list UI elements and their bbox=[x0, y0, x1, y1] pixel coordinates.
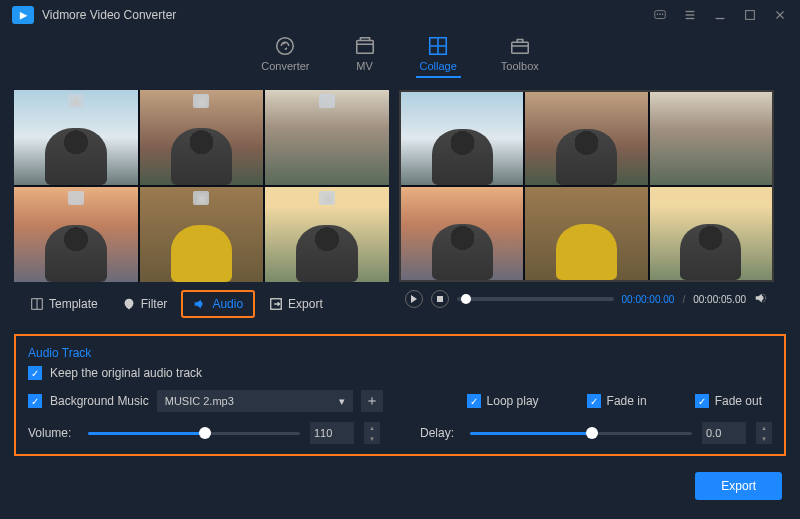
svg-point-2 bbox=[660, 14, 661, 15]
delay-label: Delay: bbox=[420, 426, 460, 440]
delay-thumb[interactable] bbox=[586, 427, 598, 439]
svg-rect-8 bbox=[746, 11, 755, 20]
volume-icon[interactable] bbox=[754, 291, 768, 307]
subtab-template[interactable]: Template bbox=[20, 292, 108, 316]
mv-icon bbox=[354, 36, 376, 56]
volume-label: Volume: bbox=[28, 426, 78, 440]
keep-original-checkbox[interactable]: ✓ bbox=[28, 366, 42, 380]
add-music-button[interactable]: ＋ bbox=[361, 390, 383, 412]
grid-cell[interactable]: ▣ bbox=[14, 187, 138, 282]
volume-value[interactable]: 110 bbox=[310, 422, 354, 444]
svg-rect-16 bbox=[512, 42, 529, 53]
volume-slider[interactable] bbox=[88, 432, 300, 435]
loop-checkbox[interactable]: ✓ bbox=[467, 394, 481, 408]
player-thumb[interactable] bbox=[461, 294, 471, 304]
image-icon: ▣ bbox=[193, 94, 209, 108]
bg-music-select[interactable]: MUSIC 2.mp3▾ bbox=[157, 390, 353, 412]
fadein-checkbox[interactable]: ✓ bbox=[587, 394, 601, 408]
image-icon: ▣ bbox=[68, 94, 84, 108]
grid-cell[interactable]: ▣ bbox=[265, 187, 389, 282]
grid-cell[interactable]: ▣ bbox=[14, 90, 138, 185]
export-button[interactable]: Export bbox=[695, 472, 782, 500]
keep-original-label: Keep the original audio track bbox=[50, 366, 202, 380]
app-title: Vidmore Video Converter bbox=[42, 8, 652, 22]
chevron-down-icon: ▾ bbox=[339, 395, 345, 408]
loop-label: Loop play bbox=[487, 394, 539, 408]
volume-thumb[interactable] bbox=[199, 427, 211, 439]
sub-tabs: Template Filter Audio Export bbox=[14, 282, 389, 326]
svg-rect-12 bbox=[356, 41, 373, 54]
fadeout-label: Fade out bbox=[715, 394, 762, 408]
subtab-filter[interactable]: Filter bbox=[112, 292, 178, 316]
delay-value[interactable]: 0.0 bbox=[702, 422, 746, 444]
grid-cell[interactable]: ▣ bbox=[140, 187, 264, 282]
tab-toolbox[interactable]: Toolbox bbox=[497, 36, 543, 78]
main-tabs: Converter MV Collage Toolbox bbox=[0, 30, 800, 90]
delay-up[interactable]: ▲ bbox=[756, 422, 772, 433]
delay-slider[interactable] bbox=[470, 432, 692, 435]
feedback-icon[interactable] bbox=[652, 7, 668, 23]
app-logo: ▶ bbox=[12, 6, 34, 24]
player-track[interactable] bbox=[457, 297, 614, 301]
bg-music-label: Background Music bbox=[50, 394, 149, 408]
titlebar: ▶ Vidmore Video Converter bbox=[0, 0, 800, 30]
time-total: 00:00:05.00 bbox=[693, 294, 746, 305]
player-bar: 00:00:00.00/00:00:05.00 bbox=[399, 282, 774, 316]
tab-converter[interactable]: Converter bbox=[257, 36, 313, 78]
stop-button[interactable] bbox=[431, 290, 449, 308]
svg-point-1 bbox=[657, 14, 658, 15]
image-icon: ▣ bbox=[193, 191, 209, 205]
audio-section-title: Audio Track bbox=[28, 346, 772, 360]
maximize-icon[interactable] bbox=[742, 7, 758, 23]
collage-icon bbox=[427, 36, 449, 56]
svg-point-3 bbox=[662, 14, 663, 15]
svg-rect-20 bbox=[437, 296, 443, 302]
volume-up[interactable]: ▲ bbox=[364, 422, 380, 433]
image-icon: ▣ bbox=[68, 191, 84, 205]
grid-cell[interactable]: ▣ bbox=[140, 90, 264, 185]
image-icon: ▣ bbox=[319, 94, 335, 108]
tab-collage[interactable]: Collage bbox=[416, 36, 461, 78]
tab-mv[interactable]: MV bbox=[350, 36, 380, 78]
svg-point-11 bbox=[277, 38, 294, 55]
delay-down[interactable]: ▼ bbox=[756, 433, 772, 444]
subtab-export[interactable]: Export bbox=[259, 292, 333, 316]
volume-down[interactable]: ▼ bbox=[364, 433, 380, 444]
subtab-audio[interactable]: Audio bbox=[181, 290, 255, 318]
toolbox-icon bbox=[509, 36, 531, 56]
preview bbox=[399, 90, 774, 282]
play-button[interactable] bbox=[405, 290, 423, 308]
close-icon[interactable] bbox=[772, 7, 788, 23]
fadein-label: Fade in bbox=[607, 394, 647, 408]
audio-panel: Audio Track ✓ Keep the original audio tr… bbox=[14, 334, 786, 456]
menu-icon[interactable] bbox=[682, 7, 698, 23]
collage-grid[interactable]: ▣ ▣ ▣ ▣ ▣ ▣ bbox=[14, 90, 389, 282]
bg-music-checkbox[interactable]: ✓ bbox=[28, 394, 42, 408]
fadeout-checkbox[interactable]: ✓ bbox=[695, 394, 709, 408]
image-icon: ▣ bbox=[319, 191, 335, 205]
minimize-icon[interactable] bbox=[712, 7, 728, 23]
grid-cell[interactable]: ▣ bbox=[265, 90, 389, 185]
converter-icon bbox=[274, 36, 296, 56]
time-current: 00:00:00.00 bbox=[622, 294, 675, 305]
